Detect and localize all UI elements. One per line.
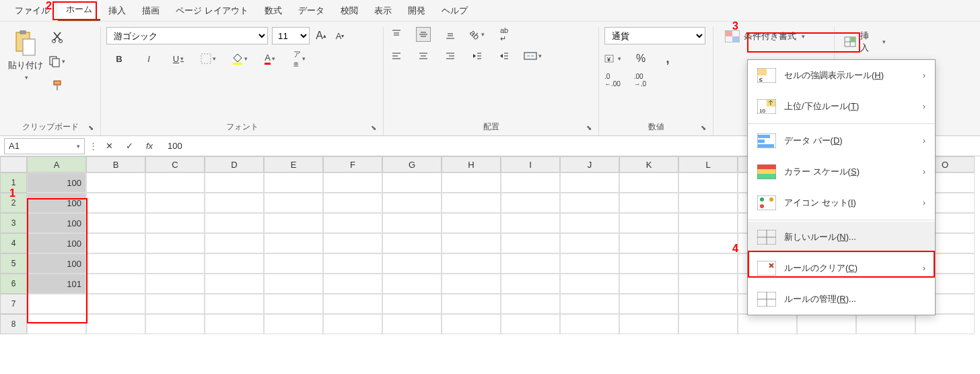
cell[interactable] (501, 213, 560, 233)
launcher-icon[interactable]: ⬊ (701, 124, 706, 131)
cell[interactable] (501, 253, 560, 274)
cell[interactable] (264, 233, 323, 253)
cell[interactable] (86, 213, 145, 233)
align-center-button[interactable] (416, 49, 431, 63)
cell[interactable] (856, 314, 915, 334)
paste-button[interactable]: 貼り付け ▾ (5, 27, 46, 84)
data-bars-item[interactable]: データ バー(D)› (748, 125, 935, 156)
wrap-text-button[interactable]: ab↵ (497, 27, 512, 42)
menu-data[interactable]: データ (290, 1, 332, 20)
cell[interactable] (619, 193, 678, 213)
menu-developer[interactable]: 開発 (400, 1, 433, 20)
merge-button[interactable]: ▾ (524, 49, 542, 63)
menu-insert[interactable]: 挿入 (100, 1, 134, 20)
cell[interactable] (205, 213, 264, 233)
cell[interactable] (205, 253, 264, 274)
cell[interactable] (323, 274, 382, 294)
column-header[interactable]: H (442, 156, 501, 173)
cell[interactable] (382, 253, 442, 274)
number-format-select[interactable]: 通貨 (604, 27, 705, 44)
decrease-indent-button[interactable] (470, 49, 485, 63)
column-header[interactable]: L (678, 156, 738, 173)
cell[interactable] (205, 173, 264, 193)
border-button[interactable]: ▾ (201, 51, 216, 66)
cell[interactable] (264, 294, 323, 314)
select-all-corner[interactable] (0, 156, 27, 173)
cell[interactable] (678, 193, 738, 213)
align-left-button[interactable] (389, 49, 404, 63)
cell[interactable] (323, 294, 382, 314)
cell[interactable] (442, 314, 501, 334)
cell[interactable] (323, 193, 382, 213)
cell[interactable] (501, 173, 560, 193)
cell[interactable] (264, 193, 323, 213)
cell[interactable] (678, 233, 738, 253)
cell[interactable] (27, 314, 86, 334)
cell[interactable] (264, 213, 323, 233)
cell[interactable] (619, 173, 678, 193)
cell[interactable] (442, 274, 501, 294)
row-header[interactable]: 4 (0, 233, 27, 253)
cell[interactable] (323, 173, 382, 193)
cell[interactable] (382, 274, 442, 294)
cell[interactable] (205, 193, 264, 213)
increase-decimal-button[interactable]: .0←.00 (604, 73, 621, 88)
cell[interactable] (678, 213, 738, 233)
cell[interactable] (442, 193, 501, 213)
insert-cells-button[interactable]: 挿入▾ (844, 30, 886, 54)
increase-indent-button[interactable] (497, 49, 512, 63)
cell[interactable] (678, 314, 738, 334)
cell[interactable] (323, 213, 382, 233)
cell[interactable] (145, 253, 205, 274)
cell[interactable] (619, 314, 678, 334)
cell[interactable] (264, 253, 323, 274)
cell[interactable] (145, 233, 205, 253)
column-header[interactable]: G (382, 156, 442, 173)
icon-sets-item[interactable]: アイコン セット(I)› (748, 187, 935, 218)
name-box[interactable]: A1▾ (4, 138, 85, 154)
fx-button[interactable]: fx (142, 139, 157, 154)
accounting-format-button[interactable]: ¥▾ (604, 51, 621, 66)
cell[interactable] (264, 314, 323, 334)
cell[interactable] (678, 173, 738, 193)
cell[interactable] (619, 233, 678, 253)
cell[interactable] (86, 233, 145, 253)
row-header[interactable]: 8 (0, 314, 27, 334)
cell[interactable] (205, 314, 264, 334)
cell[interactable] (382, 213, 442, 233)
cell[interactable] (382, 314, 442, 334)
bold-button[interactable]: B (112, 51, 127, 66)
cell[interactable] (86, 314, 145, 334)
launcher-icon[interactable]: ⬊ (88, 124, 94, 131)
cell[interactable] (205, 274, 264, 294)
cell[interactable] (323, 314, 382, 334)
menu-pagelayout[interactable]: ページ レイアウト (168, 1, 256, 20)
font-color-button[interactable]: A▾ (262, 51, 277, 66)
cell[interactable] (560, 294, 619, 314)
align-top-button[interactable] (389, 27, 404, 42)
menu-view[interactable]: 表示 (366, 1, 400, 20)
cell[interactable] (501, 233, 560, 253)
row-header[interactable]: 7 (0, 294, 27, 314)
cell[interactable] (264, 173, 323, 193)
cancel-formula-button[interactable]: ✕ (102, 139, 116, 154)
cell[interactable] (678, 253, 738, 274)
cell[interactable] (205, 294, 264, 314)
cell[interactable] (678, 274, 738, 294)
cell[interactable] (560, 253, 619, 274)
cell[interactable] (382, 173, 442, 193)
cell[interactable] (86, 294, 145, 314)
new-rule-item[interactable]: 新しいルール(N)... (748, 222, 935, 253)
launcher-icon[interactable]: ⬊ (586, 124, 592, 131)
cell[interactable] (323, 253, 382, 274)
menu-home[interactable]: ホーム (58, 0, 100, 21)
column-header[interactable]: C (145, 156, 205, 173)
cell[interactable] (382, 193, 442, 213)
row-header[interactable]: 6 (0, 274, 27, 294)
align-bottom-button[interactable] (443, 27, 458, 42)
column-header[interactable]: I (501, 156, 560, 173)
cell[interactable] (560, 173, 619, 193)
cell[interactable]: 101 (27, 274, 86, 294)
font-size-select[interactable]: 11 (272, 27, 310, 44)
cell[interactable] (145, 274, 205, 294)
